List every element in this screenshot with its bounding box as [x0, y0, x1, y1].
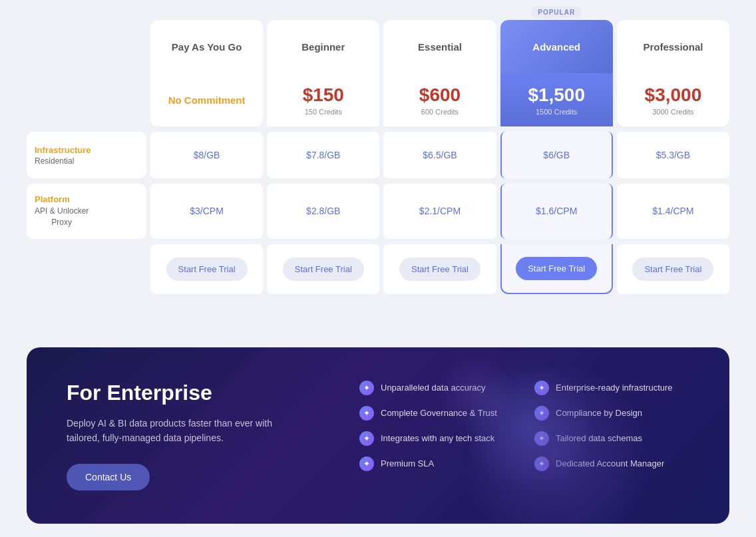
trial-btn-essential[interactable]: Start Free Trial — [399, 258, 480, 281]
platform-price-professional: $1.4/CPM — [652, 206, 693, 216]
price-pay-as-you-go: No Commitment — [150, 73, 263, 126]
price-professional: $3,000 3000 Credits — [617, 73, 729, 126]
feature-item-2: ✦ Complete Governance & Trust — [359, 406, 514, 421]
plan-header-advanced: POPULAR Advanced — [500, 20, 613, 73]
row-subtitle-infrastructure: Residential — [35, 156, 74, 166]
price-credits-professional: 3000 Credits — [652, 108, 693, 116]
platform-val-payg: $3/CPM — [150, 184, 263, 239]
platform-val-essential: $2.1/CPM — [383, 184, 496, 239]
feature-label-1: Enterprise-ready infrastructure — [556, 383, 673, 393]
plan-header-professional: Professional — [617, 20, 729, 73]
contact-us-button[interactable]: Contact Us — [67, 464, 150, 490]
enterprise-title: For Enterprise — [67, 381, 319, 405]
feature-icon-6: ✦ — [359, 456, 374, 471]
feature-icon-7: ✦ — [534, 456, 549, 471]
feature-label-3: Compliance by Design — [556, 408, 642, 418]
price-row: No Commitment $150 150 Credits $600 600 … — [27, 73, 729, 126]
pricing-grid: Pay As You Go Beginner Essential POPULAR… — [27, 20, 729, 294]
price-amount-beginner: $150 — [303, 85, 344, 106]
btn-cell-essential: Start Free Trial — [383, 244, 496, 294]
platform-val-beginner: $2.8/GB — [267, 184, 379, 239]
btn-cell-professional: Start Free Trial — [617, 244, 729, 294]
feature-item-0: ✦ Unparalleled data accuracy — [359, 381, 514, 395]
feature-icon-2: ✦ — [359, 406, 374, 421]
infra-val-advanced: $6/GB — [500, 132, 613, 178]
price-amount-essential: $600 — [419, 85, 461, 106]
feature-label-4: Integrates with any tech stack — [381, 433, 494, 443]
feature-label-2: Complete Governance & Trust — [381, 408, 497, 418]
plan-name-professional: Professional — [643, 41, 703, 53]
plan-name-beginner: Beginner — [301, 41, 345, 53]
feature-item-5: ✦ Tailored data schemas — [534, 431, 689, 446]
feature-item-1: ✦ Enterprise-ready infrastructure — [534, 381, 689, 395]
feature-item-7: ✦ Dedicated Account Manager — [534, 456, 689, 471]
btn-cell-payg: Start Free Trial — [150, 244, 263, 294]
btn-cell-beginner: Start Free Trial — [267, 244, 379, 294]
row-title-platform: Platform — [35, 194, 70, 204]
row-title-infrastructure: Infrastructure — [35, 145, 91, 155]
infra-price-essential: $6.5/GB — [423, 150, 457, 160]
feature-item-6: ✦ Premium SLA — [359, 456, 514, 471]
plan-name-payasyougo: Pay As You Go — [172, 41, 242, 53]
infrastructure-row: Infrastructure Residential $8/GB $7.8/GB… — [27, 132, 729, 178]
price-beginner: $150 150 Credits — [267, 73, 379, 126]
platform-price-payg: $3/CPM — [190, 206, 224, 216]
enterprise-left: For Enterprise Deploy AI & BI data produ… — [67, 381, 319, 491]
feature-icon-3: ✦ — [534, 406, 549, 421]
infra-price-beginner: $7.8/GB — [306, 150, 340, 160]
button-row: Start Free Trial Start Free Trial Start … — [27, 244, 729, 294]
empty-btn — [27, 244, 146, 294]
row-subtitle-platform: API & UnlockerProxy — [35, 206, 89, 228]
price-credits-essential: 600 Credits — [421, 108, 459, 116]
infra-price-payg: $8/GB — [194, 150, 220, 160]
feature-item-4: ✦ Integrates with any tech stack — [359, 431, 514, 446]
platform-price-advanced: $1.6/CPM — [536, 206, 577, 216]
feature-label-0: Unparalleled data accuracy — [381, 383, 486, 393]
platform-val-professional: $1.4/CPM — [617, 184, 729, 239]
feature-label-6: Premium SLA — [381, 458, 434, 468]
row-label-infrastructure: Infrastructure Residential — [27, 132, 146, 178]
price-essential: $600 600 Credits — [383, 73, 496, 126]
empty-header — [27, 20, 146, 73]
platform-price-essential: $2.1/CPM — [419, 206, 461, 216]
platform-row: Platform API & UnlockerProxy $3/CPM $2.8… — [27, 184, 729, 239]
infra-price-professional: $5.3/GB — [656, 150, 690, 160]
feature-item-3: ✦ Compliance by Design — [534, 406, 689, 421]
enterprise-features: ✦ Unparalleled data accuracy ✦ Enterpris… — [359, 381, 689, 471]
price-credits-beginner: 150 Credits — [305, 108, 342, 116]
trial-btn-advanced[interactable]: Start Free Trial — [516, 257, 597, 280]
header-row: Pay As You Go Beginner Essential POPULAR… — [27, 20, 729, 73]
infra-val-beginner: $7.8/GB — [267, 132, 379, 178]
empty-price — [27, 73, 146, 126]
plan-name-essential: Essential — [418, 41, 462, 53]
enterprise-description: Deploy AI & BI data products faster than… — [67, 416, 280, 446]
feature-icon-5: ✦ — [534, 431, 549, 446]
infra-val-professional: $5.3/GB — [617, 132, 729, 178]
price-amount-advanced: $1,500 — [528, 85, 585, 106]
row-label-platform: Platform API & UnlockerProxy — [27, 184, 146, 239]
popular-badge: POPULAR — [531, 7, 582, 18]
infra-val-essential: $6.5/GB — [383, 132, 496, 178]
price-advanced: $1,500 1500 Credits — [500, 73, 613, 126]
plan-name-advanced: Advanced — [532, 41, 580, 53]
pricing-section: Pay As You Go Beginner Essential POPULAR… — [0, 0, 756, 321]
feature-icon-0: ✦ — [359, 381, 374, 395]
platform-val-advanced: $1.6/CPM — [500, 184, 613, 239]
infra-val-payg: $8/GB — [150, 132, 263, 178]
trial-btn-professional[interactable]: Start Free Trial — [632, 258, 713, 281]
feature-icon-4: ✦ — [359, 431, 374, 446]
plan-header-beginner: Beginner — [267, 20, 379, 73]
price-amount-professional: $3,000 — [645, 85, 702, 106]
price-credits-advanced: 1500 Credits — [536, 108, 577, 116]
no-commitment-label: No Commitment — [168, 94, 246, 106]
infra-price-advanced: $6/GB — [543, 150, 570, 160]
feature-label-5: Tailored data schemas — [556, 433, 642, 443]
trial-btn-beginner[interactable]: Start Free Trial — [283, 258, 364, 281]
plan-header-essential: Essential — [383, 20, 496, 73]
btn-cell-advanced: Start Free Trial — [500, 244, 613, 294]
plan-header-pay-as-you-go: Pay As You Go — [150, 20, 263, 73]
enterprise-section: For Enterprise Deploy AI & BI data produ… — [27, 347, 729, 524]
trial-btn-payg[interactable]: Start Free Trial — [166, 258, 248, 281]
feature-icon-1: ✦ — [534, 381, 549, 395]
feature-label-7: Dedicated Account Manager — [556, 458, 664, 468]
